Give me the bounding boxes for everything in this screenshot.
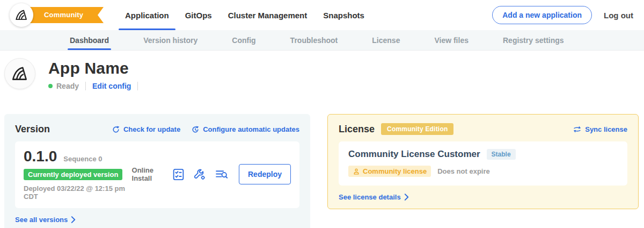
channel-badge: Stable <box>487 149 516 160</box>
status-text: Ready <box>56 82 79 90</box>
app-avatar <box>4 58 35 89</box>
nav-tab-label: GitOps <box>185 11 212 20</box>
license-card-title: License <box>339 124 375 135</box>
configure-automatic-updates-link[interactable]: Configure automatic updates <box>191 125 299 134</box>
subnav-label: Dashboard <box>70 36 109 45</box>
subnav-label: Registry settings <box>503 36 564 45</box>
nav-tab-gitops[interactable]: GitOps <box>185 0 212 30</box>
license-type-badge: Community license <box>348 166 431 177</box>
subnav-label: View files <box>434 36 469 45</box>
subnav-item-dashboard[interactable]: Dashboard <box>70 30 109 50</box>
subnav-label: License <box>372 36 400 45</box>
link-label: Configure automatic updates <box>203 125 299 133</box>
replicated-logo <box>10 3 33 27</box>
app-header: App Name Ready Edit config <box>4 58 644 90</box>
edit-config-link[interactable]: Edit config <box>92 82 131 90</box>
link-label: See license details <box>339 193 401 201</box>
top-navbar: Community Edition Application GitOps Clu… <box>0 0 644 30</box>
subnav-label: Config <box>232 36 255 45</box>
subnav-label: Version history <box>143 36 197 45</box>
version-card: Version Check for update Configure au <box>4 114 310 228</box>
license-type-label: Community license <box>363 167 427 175</box>
chevron-right-icon <box>71 216 76 223</box>
community-edition-ribbon: Community Edition <box>23 7 104 23</box>
app-subnav: Dashboard Version history Config Trouble… <box>0 30 644 51</box>
customer-name: Community License Customer <box>348 149 480 160</box>
deployed-timestamp: Deployed 03/22/22 @ 12:15 pm CDT <box>24 184 132 201</box>
nav-tab-snapshots[interactable]: Snapshots <box>323 0 364 30</box>
replicated-logo-icon <box>14 8 28 22</box>
topnav-right-group: Add a new application Log out <box>492 0 633 30</box>
app-status-row: Ready Edit config <box>48 82 144 90</box>
preflight-checks-button[interactable] <box>172 168 185 181</box>
version-card-title: Version <box>15 124 50 135</box>
subnav-label: Troubleshoot <box>290 36 338 45</box>
version-number: 0.1.0 <box>24 148 57 165</box>
wrench-gear-icon <box>193 168 207 181</box>
app-logo-icon <box>11 65 29 83</box>
app-name-title: App Name <box>48 59 144 77</box>
license-card: License Community Edition Sync license <box>327 114 639 209</box>
sequence-label: Sequence 0 <box>63 155 102 163</box>
subnav-item-view-files[interactable]: View files <box>434 30 469 50</box>
nav-tab-label: Application <box>125 11 169 20</box>
sync-arrows-icon <box>573 125 582 133</box>
nav-tab-application[interactable]: Application <box>125 0 169 30</box>
redeploy-button[interactable]: Redeploy <box>239 164 291 184</box>
subnav-item-registry-settings[interactable]: Registry settings <box>503 30 564 50</box>
dashboard-cards-row: Version Check for update Configure au <box>4 114 639 228</box>
view-diff-button[interactable] <box>215 168 229 181</box>
refresh-icon <box>112 125 120 134</box>
install-type-label: Online Install <box>132 166 162 182</box>
check-for-update-link[interactable]: Check for update <box>112 125 180 134</box>
link-label: Sync license <box>585 125 627 133</box>
link-label: Check for update <box>123 125 180 133</box>
subnav-item-troubleshoot[interactable]: Troubleshoot <box>290 30 338 50</box>
chevron-right-icon <box>404 194 409 201</box>
subnav-item-config[interactable]: Config <box>232 30 255 50</box>
see-all-versions-link[interactable]: See all versions <box>15 216 76 224</box>
separator <box>137 82 138 90</box>
nav-tab-label: Snapshots <box>323 11 364 20</box>
person-badge-icon <box>353 168 360 175</box>
currently-deployed-badge: Currently deployed version <box>24 169 122 180</box>
nav-tab-label: Cluster Management <box>228 11 308 20</box>
edit-config-icon-button[interactable] <box>193 168 207 181</box>
checklist-icon <box>172 168 185 181</box>
license-details-panel: Community License Customer Stable Commun… <box>339 141 627 186</box>
separator <box>85 82 86 90</box>
link-label: See all versions <box>15 216 68 224</box>
nav-tab-cluster-management[interactable]: Cluster Management <box>228 0 308 30</box>
current-version-panel: 0.1.0 Sequence 0 Currently deployed vers… <box>15 141 299 208</box>
community-edition-badge: Community Edition <box>381 123 453 135</box>
brand-logo-group: Community Edition <box>10 3 104 27</box>
sync-license-link[interactable]: Sync license <box>573 125 627 133</box>
logout-link[interactable]: Log out <box>604 11 633 20</box>
subnav-item-license[interactable]: License <box>372 30 400 50</box>
subnav-item-version-history[interactable]: Version history <box>143 30 197 50</box>
see-license-details-link[interactable]: See license details <box>339 193 409 201</box>
clock-cycle-icon <box>191 125 200 134</box>
add-new-application-button[interactable]: Add a new application <box>492 6 592 24</box>
status-ready-dot <box>48 84 53 88</box>
primary-nav: Application GitOps Cluster Management Sn… <box>125 0 364 30</box>
lines-magnifier-icon <box>215 168 229 181</box>
expiry-text: Does not expire <box>437 167 490 175</box>
